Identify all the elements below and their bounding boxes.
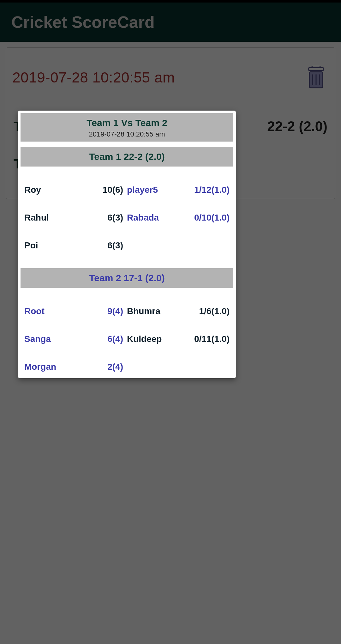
scorecard-modal: Team 1 Vs Team 2 2019-07-28 10:20:55 am …	[18, 111, 236, 378]
team1-section-header: Team 1 22-2 (2.0)	[21, 147, 233, 167]
bowler-name: Rabada	[127, 213, 174, 222]
batsman-name: Sanga	[24, 335, 78, 343]
batsman-name: Poi	[24, 241, 78, 250]
batsman-stat: 6(3)	[78, 241, 127, 250]
team1-stats: Roy 10(6) player5 1/12(1.0) Rahul 6(3) R…	[21, 185, 233, 250]
bowler-name: player5	[127, 185, 174, 194]
modal-title: Team 1 Vs Team 2	[24, 118, 230, 128]
batsman-stat: 9(4)	[78, 307, 127, 316]
batsman-name: Morgan	[24, 362, 78, 371]
batsman-name: Roy	[24, 185, 78, 194]
table-row: Morgan 2(4)	[24, 362, 230, 371]
team2-stats: Root 9(4) Bhumra 1/6(1.0) Sanga 6(4) Kul…	[21, 307, 233, 371]
batsman-stat: 6(4)	[78, 335, 127, 343]
modal-subtitle: 2019-07-28 10:20:55 am	[24, 130, 230, 138]
bowler-stat: 1/6(1.0)	[174, 307, 230, 316]
batsman-stat: 2(4)	[78, 362, 127, 371]
bowler-stat: 0/10(1.0)	[174, 213, 230, 222]
bowler-name	[127, 362, 174, 371]
bowler-stat	[174, 362, 230, 371]
bowler-name: Bhumra	[127, 307, 174, 316]
table-row: Roy 10(6) player5 1/12(1.0)	[24, 185, 230, 194]
batsman-name: Rahul	[24, 213, 78, 222]
table-row: Rahul 6(3) Rabada 0/10(1.0)	[24, 213, 230, 222]
bowler-name	[127, 241, 174, 250]
table-row: Poi 6(3)	[24, 241, 230, 250]
batsman-stat: 6(3)	[78, 213, 127, 222]
batsman-name: Root	[24, 307, 78, 316]
bowler-stat	[174, 241, 230, 250]
team2-section-header: Team 2 17-1 (2.0)	[21, 268, 233, 288]
bowler-stat: 1/12(1.0)	[174, 185, 230, 194]
bowler-name: Kuldeep	[127, 335, 174, 343]
batsman-stat: 10(6)	[78, 185, 127, 194]
modal-header: Team 1 Vs Team 2 2019-07-28 10:20:55 am	[21, 113, 233, 142]
table-row: Root 9(4) Bhumra 1/6(1.0)	[24, 307, 230, 316]
table-row: Sanga 6(4) Kuldeep 0/11(1.0)	[24, 335, 230, 343]
bowler-stat: 0/11(1.0)	[174, 335, 230, 343]
